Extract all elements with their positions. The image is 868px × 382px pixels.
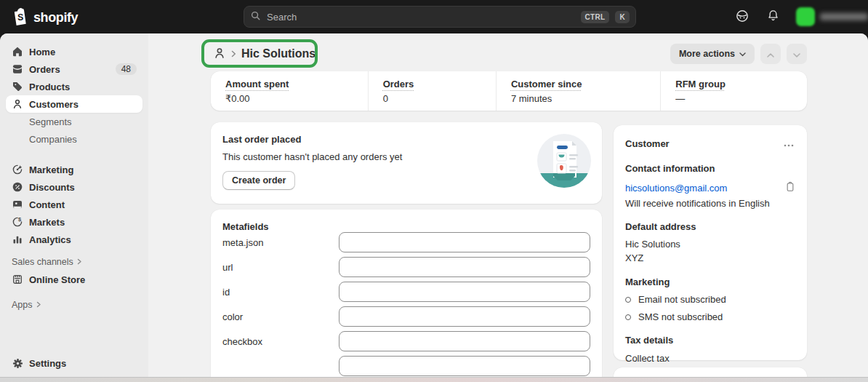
global-search[interactable]: CTRL K: [244, 6, 636, 28]
metafield-row: checkbox: [222, 331, 590, 351]
status-label: Email not subscribed: [638, 294, 726, 305]
sidekick-button[interactable]: [731, 5, 754, 28]
sidebar-item-label: Segments: [29, 116, 72, 127]
shopify-wordmark: shopify: [33, 10, 78, 25]
shortcut-ctrl-key: CTRL: [581, 11, 610, 23]
bell-icon: [766, 9, 780, 25]
metafield-label: url: [222, 262, 339, 273]
shopify-logo[interactable]: S shopify: [12, 7, 78, 29]
sidebar-item-segments[interactable]: Segments: [6, 113, 142, 130]
copy-email-button[interactable]: [785, 181, 795, 194]
sidebar-item-online-store[interactable]: Online Store: [6, 271, 142, 288]
sidebar-item-label: Content: [29, 199, 65, 210]
sidebar-item-analytics[interactable]: Analytics: [6, 231, 142, 248]
stat-rfm-group: RFM group —: [660, 71, 807, 111]
sidebar-item-label: Marketing: [29, 164, 73, 175]
store-avatar: [796, 7, 815, 26]
orders-icon: [12, 63, 23, 75]
customers-icon: [12, 98, 23, 110]
stat-value: 0: [383, 93, 496, 104]
markets-globe-icon: $: [12, 216, 23, 228]
sidebar-item-products[interactable]: Products: [6, 78, 142, 95]
metafield-input-id[interactable]: [339, 282, 590, 302]
metafield-input-meta-json[interactable]: [339, 232, 590, 252]
stat-value: —: [675, 93, 807, 104]
sales-channels-header[interactable]: Sales channels: [6, 253, 142, 271]
stat-value: ₹0.00: [225, 93, 368, 104]
email-row: hicsolutions@gmail.com: [625, 181, 795, 194]
chevron-down-icon: [739, 49, 746, 59]
chevron-up-icon: [767, 49, 774, 60]
status-label: SMS not subscribed: [638, 311, 723, 322]
status-circle-icon: [625, 314, 631, 320]
address-line-1: Hic Solutions: [625, 238, 795, 251]
breadcrumb: Hic Solutions: [211, 47, 316, 62]
sidebar-item-settings[interactable]: Settings: [6, 354, 142, 372]
ellipsis-icon: [784, 138, 794, 149]
sidebar-item-home[interactable]: Home: [6, 43, 142, 60]
home-icon: [12, 46, 23, 57]
metafield-row: id: [222, 282, 590, 302]
sidebar-item-markets[interactable]: $ Markets: [6, 213, 142, 231]
next-customer-button[interactable]: [787, 44, 807, 64]
stat-label: RFM group: [675, 79, 807, 89]
orders-count-badge: 48: [116, 63, 137, 75]
more-actions-button[interactable]: More actions: [670, 44, 755, 64]
stat-customer-since: Customer since 7 minutes: [496, 71, 660, 111]
more-actions-label: More actions: [679, 49, 735, 59]
create-order-button[interactable]: Create order: [222, 171, 295, 190]
content-icon: [12, 199, 23, 210]
status-circle-icon: [625, 297, 631, 303]
customer-breadcrumb-icon[interactable]: [213, 47, 226, 62]
account-menu[interactable]: [792, 5, 868, 28]
sidebar-item-customers[interactable]: Customers: [6, 95, 142, 113]
metafield-input-url[interactable]: [339, 257, 590, 277]
store-name-blurred: [820, 13, 868, 20]
shopify-bag-icon: S: [12, 7, 30, 29]
metafields-title: Metafields: [222, 221, 590, 232]
apps-label: Apps: [12, 300, 33, 310]
customer-card-menu-button[interactable]: [782, 137, 795, 151]
default-address-heading: Default address: [625, 221, 795, 232]
chevron-down-icon: [793, 49, 800, 60]
metafield-input-checkbox[interactable]: [339, 331, 590, 351]
topbar: S shopify CTRL K: [0, 0, 868, 33]
sidebar-item-label: Products: [29, 81, 70, 92]
svg-text:S: S: [17, 12, 23, 23]
sidebar-item-label: Analytics: [29, 234, 71, 245]
sidebar-item-label: Online Store: [29, 274, 85, 285]
sidebar-item-marketing[interactable]: Marketing: [6, 161, 142, 178]
sidebar-spacer: [0, 148, 148, 161]
search-input[interactable]: [267, 12, 575, 23]
gear-icon: [12, 357, 23, 369]
metafield-label: meta.json: [222, 237, 339, 248]
email-subscription-status: Email not subscribed: [625, 294, 795, 305]
customer-stats-bar: Amount spent ₹0.00 Orders 0 Customer sin…: [211, 71, 807, 111]
metafield-row: color: [222, 306, 590, 327]
chevron-right-icon: [36, 300, 41, 310]
notifications-button[interactable]: [761, 5, 784, 28]
chevron-right-icon: [77, 257, 82, 267]
stat-amount-spent: Amount spent ₹0.00: [211, 71, 368, 111]
sidebar-item-orders[interactable]: Orders 48: [6, 60, 142, 78]
stat-orders: Orders 0: [368, 71, 496, 111]
sidebar-item-label: Discounts: [29, 182, 75, 193]
search-icon: [250, 10, 261, 23]
sms-subscription-status: SMS not subscribed: [625, 311, 795, 322]
metafield-label: color: [222, 311, 339, 322]
customer-email-link[interactable]: hicsolutions@gmail.com: [625, 183, 727, 194]
sidebar-item-discounts[interactable]: Discounts: [6, 178, 142, 196]
sidebar-item-label: Settings: [29, 358, 66, 369]
analytics-bars-icon: [12, 234, 23, 245]
stat-label: Amount spent: [225, 79, 368, 89]
customer-card-title: Customer: [625, 138, 670, 149]
metafield-input-color[interactable]: [339, 306, 590, 327]
sidebar-item-companies[interactable]: Companies: [6, 130, 142, 148]
previous-customer-button[interactable]: [760, 44, 781, 64]
customer-card-header: Customer: [625, 137, 795, 151]
products-tag-icon: [12, 81, 23, 92]
metafield-input-partial[interactable]: [339, 356, 590, 376]
sidebar-item-content[interactable]: Content: [6, 196, 142, 213]
apps-header[interactable]: Apps: [6, 296, 142, 314]
sidebar-item-label: Customers: [29, 99, 79, 110]
